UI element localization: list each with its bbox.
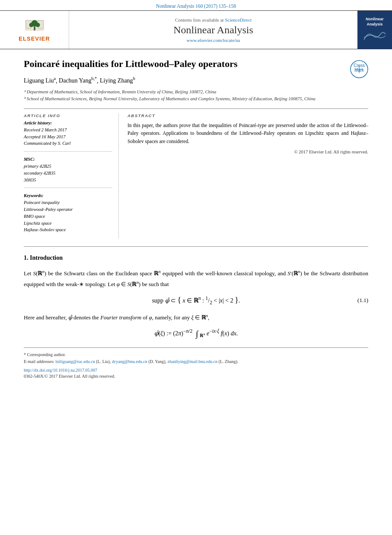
keywords-label: Keywords: (24, 193, 112, 198)
cover-title-line2: Analysis (360, 22, 389, 27)
svg-rect-7 (362, 29, 388, 42)
accepted-date: Accepted 16 May 2017 (24, 134, 112, 140)
received-date: Received 2 March 2017 (24, 127, 112, 134)
article-info-col: ARTICLE INFO Article history: Received 2… (24, 113, 119, 239)
copyright-notice: © 2017 Elsevier Ltd. All rights reserved… (127, 150, 368, 154)
crossmark-icon: Cross Mark (350, 60, 368, 78)
msc-label: MSC: (24, 157, 112, 162)
section-1-heading: 1. Introduction (24, 255, 368, 261)
msc-primary: primary 42B25 (24, 163, 112, 170)
eq-number-1-1: (1.1) (357, 297, 368, 304)
author-zhang: Liying Zhangb (100, 77, 135, 84)
journal-header: Nonlinear Analysis 160 (2017) 135–158 (0, 0, 392, 10)
author-yang: Dachun Yangb,* (59, 77, 97, 84)
footnote-star: * Corresponding author. (24, 351, 368, 358)
article-info-section-title: ARTICLE INFO (24, 113, 112, 118)
msc-secondary: secondary 42B35 (24, 170, 112, 177)
science-direct-label: Contents lists available at ScienceDirec… (175, 17, 252, 22)
keyword-1: Poincaré inequality (24, 199, 112, 206)
keyword-2: Littlewood–Paley operator (24, 206, 112, 213)
science-direct-link[interactable]: ScienceDirect (225, 17, 252, 22)
footnote-emails: E-mail addresses: lniliguang@ruc.edu.cn … (24, 358, 368, 365)
author-liu: Liguang Liua (24, 77, 56, 84)
top-banner: ELSEVIER Contents lists available at Sci… (0, 10, 392, 49)
article-info-abstract: ARTICLE INFO Article history: Received 2… (24, 108, 368, 239)
article-history-block: Article history: Received 2 March 2017 A… (24, 121, 112, 152)
elsevier-logo: ELSEVIER (0, 11, 69, 49)
email1-name: L. Liu (98, 359, 108, 364)
eq1-content: supp φ̂ ⊂ { x ∈ ℝn : 1/2 < |x| < 2 }. (152, 297, 240, 304)
paper-title: Poincaré inequalities for Littlewood–Pal… (24, 58, 368, 70)
keyword-3: BMO space (24, 213, 112, 220)
equation-1-1: supp φ̂ ⊂ { x ∈ ℝn : 1/2 < |x| < 2 }. (1… (24, 296, 368, 306)
authors: Liguang Liua, Dachun Yangb,*, Liying Zha… (24, 76, 368, 85)
elsevier-label: ELSEVIER (19, 35, 50, 42)
email2-name: D. Yang (150, 359, 164, 364)
communicated-by: Communicated by S. Carl (24, 140, 112, 147)
cover-title-line1: Nonlinear (360, 17, 389, 22)
journal-url: www.elsevier.com/locate/na (187, 38, 240, 43)
journal-name: Nonlinear Analysis (173, 24, 253, 36)
main-content: Cross Mark Poincaré inequalities for Lit… (0, 49, 392, 387)
email3-name: L. Zhang (220, 359, 236, 364)
abstract-text: In this paper, the authors prove that th… (127, 121, 368, 145)
intro-para-1: Let S(ℝn) be the Schwartz class on the E… (24, 268, 368, 290)
footnote-section: * Corresponding author. E-mail addresses… (24, 347, 368, 379)
abstract-section-title: ABSTRACT (127, 113, 368, 118)
email-zhang[interactable]: zhanliying@mail.bnu.edu.cn (168, 359, 218, 364)
section-divider-1 (24, 246, 368, 247)
keyword-4: Lipschitz space (24, 220, 112, 227)
msc-tertiary: 30H35 (24, 177, 112, 184)
equation-fourier: φ̂(ξ) := (2π)−n/2 ∫ℝn e−ix·ξ f(x) dx. (24, 328, 368, 339)
svg-point-3 (29, 23, 33, 27)
crossmark-badge: Cross Mark (350, 60, 368, 80)
msc-block: MSC: primary 42B25 secondary 42B35 30H35 (24, 157, 112, 188)
svg-rect-1 (34, 27, 35, 31)
issn-text: 0362-546X/© 2017 Elsevier Ltd. All right… (24, 374, 368, 379)
journal-reference: Nonlinear Analysis 160 (2017) 135–158 (156, 3, 236, 9)
journal-center-info: Contents lists available at ScienceDirec… (69, 11, 357, 49)
abstract-col: ABSTRACT In this paper, the authors prov… (127, 113, 368, 239)
journal-cover-thumbnail: Nonlinear Analysis (357, 11, 392, 49)
email-liu[interactable]: lniliguang@ruc.edu.cn (55, 359, 95, 364)
intro-para-2: Here and hereafter, φ̂ denotes the Fouri… (24, 312, 368, 322)
svg-point-4 (35, 23, 40, 27)
keyword-5: Hajłasz–Sobolev space (24, 226, 112, 233)
elsevier-tree-icon (24, 18, 45, 34)
affiliation-b: ᵇ School of Mathematical Sciences, Beiji… (24, 96, 368, 102)
affiliation-a: ᵃ Department of Mathematics, School of I… (24, 89, 368, 96)
doi-link[interactable]: http://dx.doi.org/10.1016/j.na.2017.05.0… (24, 368, 368, 373)
cover-graphic (362, 29, 388, 42)
email-yang[interactable]: dcyang@bnu.edu.cn (112, 359, 147, 364)
history-label: Article history: (24, 121, 112, 125)
keywords-block: Keywords: Poincaré inequality Littlewood… (24, 193, 112, 233)
affiliations: ᵃ Department of Mathematics, School of I… (24, 89, 368, 102)
eq2-content: φ̂(ξ) := (2π)−n/2 ∫ℝn e−ix·ξ f(x) dx. (154, 330, 238, 337)
